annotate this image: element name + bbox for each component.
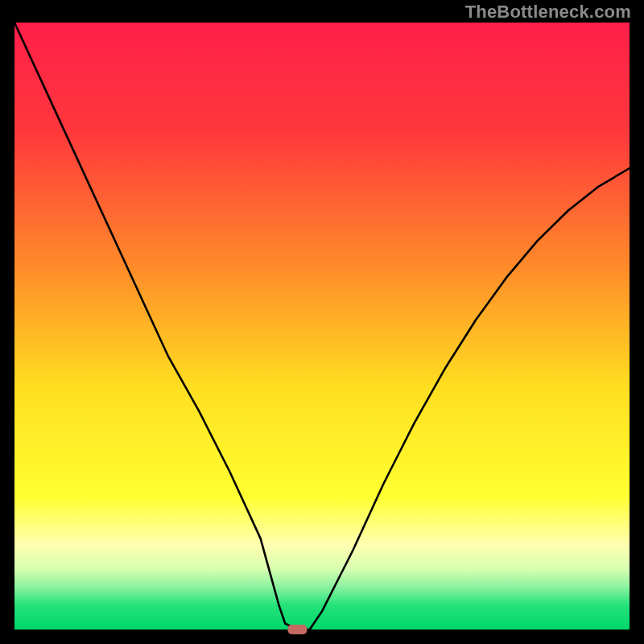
chart-frame: TheBottleneck.com: [0, 0, 644, 644]
plot-background: [14, 23, 630, 630]
optimum-marker: [287, 625, 307, 634]
watermark-text: TheBottleneck.com: [465, 2, 631, 23]
bottleneck-chart: [0, 0, 644, 644]
